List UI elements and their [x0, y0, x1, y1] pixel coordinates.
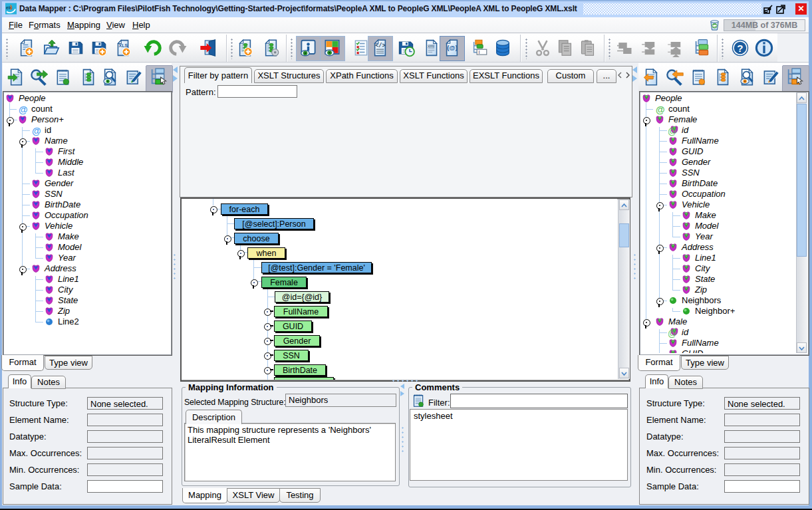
svg-text:@: @: [668, 126, 677, 136]
svg-text:XLS: XLS: [119, 43, 128, 48]
svg-text:(@): (@): [447, 44, 458, 51]
svg-text:I: I: [478, 49, 479, 55]
svg-text:</>: </>: [375, 43, 385, 49]
svg-text:@: @: [668, 328, 677, 338]
svg-text:?: ?: [737, 43, 743, 54]
svg-text:xml: xml: [428, 44, 435, 49]
